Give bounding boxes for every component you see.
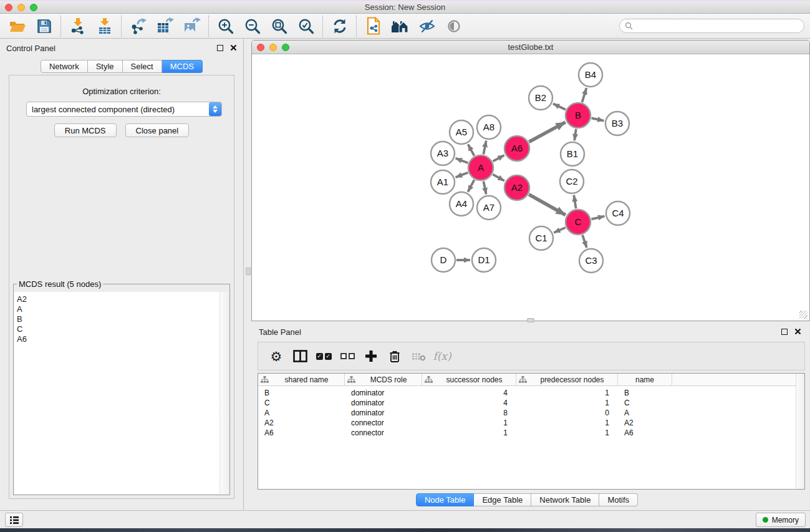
- tab-node-table[interactable]: Node Table: [416, 493, 475, 506]
- column-header-mcds-role[interactable]: MCDS role: [345, 374, 422, 386]
- delete-column-button[interactable]: [383, 344, 407, 368]
- tab-network[interactable]: Network: [41, 60, 88, 73]
- import-network-button[interactable]: [64, 15, 91, 37]
- delete-table-button[interactable]: [407, 344, 430, 368]
- node-B3[interactable]: B3: [605, 112, 629, 135]
- mcds-result-list[interactable]: A2ABCA6: [14, 292, 229, 494]
- new-network-from-selection-button[interactable]: [360, 15, 387, 37]
- node-B2[interactable]: B2: [529, 86, 552, 110]
- close-panel-icon[interactable]: [230, 44, 237, 51]
- import-table-button[interactable]: [91, 15, 118, 37]
- close-panel-icon[interactable]: [794, 328, 801, 335]
- tab-motifs[interactable]: Motifs: [599, 493, 638, 506]
- node-C2[interactable]: C2: [560, 170, 584, 193]
- column-header-successor-nodes[interactable]: successor nodes: [422, 374, 516, 386]
- edge-B-B2[interactable]: [553, 104, 566, 109]
- horizontal-splitter-handle[interactable]: [527, 318, 534, 322]
- export-table-button[interactable]: [152, 15, 178, 37]
- tab-style[interactable]: Style: [88, 60, 123, 73]
- edge-A-A6[interactable]: [493, 155, 504, 162]
- node-D[interactable]: D: [432, 248, 455, 272]
- search-input[interactable]: [636, 22, 804, 31]
- edge-A-A3[interactable]: [456, 158, 468, 163]
- float-panel-icon[interactable]: [217, 45, 223, 51]
- zoom-fit-button[interactable]: [266, 15, 292, 37]
- table-row[interactable]: Cdominator41C: [258, 398, 804, 408]
- node-A8[interactable]: A8: [477, 115, 501, 139]
- node-A3[interactable]: A3: [431, 142, 455, 165]
- export-image-button[interactable]: [178, 15, 205, 37]
- node-A5[interactable]: A5: [450, 120, 473, 144]
- split-columns-button[interactable]: [288, 344, 312, 368]
- node-C4[interactable]: C4: [606, 201, 630, 225]
- vertical-splitter-handle[interactable]: [246, 268, 251, 275]
- node-D1[interactable]: D1: [472, 248, 496, 272]
- table-row[interactable]: Bdominator41B: [258, 388, 804, 398]
- open-session-button[interactable]: [4, 15, 31, 37]
- task-history-button[interactable]: [5, 513, 23, 527]
- tab-select[interactable]: Select: [123, 60, 162, 73]
- memory-button[interactable]: Memory: [756, 513, 806, 527]
- mcds-result-item[interactable]: B: [17, 314, 229, 324]
- edge-A-A2[interactable]: [493, 175, 504, 181]
- edge-B-B1[interactable]: [574, 129, 576, 140]
- node-A1[interactable]: A1: [431, 170, 455, 194]
- close-panel-button[interactable]: Close panel: [125, 123, 190, 137]
- tab-network-table[interactable]: Network Table: [531, 493, 599, 506]
- network-canvas[interactable]: B4B2BB3A8A5A6A3B1AC2A1A2A4A7C4CC1C3DD1: [253, 55, 809, 320]
- edge-C-C4[interactable]: [591, 216, 604, 220]
- node-A[interactable]: A: [468, 155, 493, 180]
- resize-grip-icon[interactable]: [799, 311, 808, 319]
- zoom-in-button[interactable]: [212, 15, 239, 37]
- deselect-all-button[interactable]: [335, 344, 359, 368]
- node-C1[interactable]: C1: [529, 226, 553, 250]
- edge-B-B3[interactable]: [592, 118, 604, 120]
- node-C3[interactable]: C3: [579, 249, 603, 273]
- node-A7[interactable]: A7: [477, 196, 501, 220]
- table-row[interactable]: A6connector11A6: [258, 428, 804, 438]
- network-minimize-button[interactable]: [269, 44, 277, 51]
- network-window-titlebar[interactable]: testGlobe.txt: [252, 41, 809, 54]
- node-C[interactable]: C: [566, 210, 591, 235]
- float-panel-icon[interactable]: [781, 329, 788, 335]
- node-B1[interactable]: B1: [561, 142, 584, 166]
- tab-mcds[interactable]: MCDS: [162, 60, 203, 73]
- zoom-selected-button[interactable]: [292, 15, 319, 37]
- mcds-result-item[interactable]: A: [17, 304, 229, 314]
- zoom-out-button[interactable]: [239, 15, 266, 37]
- table-settings-button[interactable]: ⚙: [264, 344, 288, 368]
- close-window-button[interactable]: [5, 4, 12, 11]
- refresh-button[interactable]: [326, 15, 353, 37]
- column-header-predecessor-nodes[interactable]: predecessor nodes: [516, 374, 618, 386]
- show-graphics-details-button[interactable]: [440, 15, 467, 37]
- save-session-button[interactable]: [31, 15, 57, 37]
- edge-A-A4[interactable]: [468, 180, 474, 191]
- node-B4[interactable]: B4: [579, 63, 602, 87]
- export-network-button[interactable]: [125, 15, 152, 37]
- function-builder-button[interactable]: f(x): [430, 344, 454, 368]
- node-A4[interactable]: A4: [450, 192, 473, 216]
- network-zoom-button[interactable]: [282, 44, 289, 51]
- table-scrollbar[interactable]: [796, 374, 804, 489]
- tab-edge-table[interactable]: Edge Table: [474, 493, 531, 506]
- node-A6[interactable]: A6: [504, 136, 529, 161]
- zoom-window-button[interactable]: [30, 4, 37, 11]
- node-A2[interactable]: A2: [504, 175, 529, 200]
- add-column-button[interactable]: [359, 344, 383, 368]
- edge-A-A5[interactable]: [468, 144, 475, 155]
- column-header-name[interactable]: name: [618, 374, 672, 386]
- first-neighbors-button[interactable]: [387, 15, 413, 37]
- minimize-window-button[interactable]: [17, 4, 25, 11]
- mcds-result-item[interactable]: A2: [17, 294, 229, 304]
- edge-C-C1[interactable]: [554, 228, 566, 233]
- edge-C-C2[interactable]: [574, 195, 576, 209]
- hide-graphics-details-button[interactable]: [413, 15, 440, 37]
- edge-A6-B[interactable]: [529, 122, 565, 142]
- edge-A-A7[interactable]: [483, 181, 486, 195]
- table-row[interactable]: A2connector11A2: [258, 418, 804, 428]
- edge-C-C3[interactable]: [582, 235, 587, 248]
- mcds-result-item[interactable]: A6: [17, 334, 229, 344]
- column-header-shared-name[interactable]: shared name: [258, 374, 345, 386]
- edge-A2-C[interactable]: [529, 195, 566, 215]
- mcds-result-item[interactable]: C: [17, 324, 229, 334]
